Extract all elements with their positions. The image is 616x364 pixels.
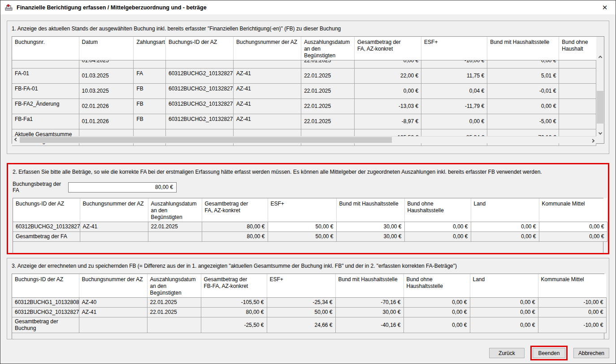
table-cell: AZ-41 xyxy=(234,69,301,84)
table-row[interactable]: FB-FA-0110.03.2025FB60312BUCHG2_10132827… xyxy=(12,84,596,99)
dialog-body: 1. Anzeige des aktuellen Stands der ausg… xyxy=(0,14,616,364)
column-header: Gesamtbetrag der FB-FA, AZ-konkret xyxy=(201,274,267,298)
table-cell xyxy=(12,60,79,69)
table-cell: 60312BUCHG2_10132827 xyxy=(12,308,79,317)
table-cell[interactable]: 50,00 € xyxy=(268,222,336,232)
bookings-overview-table: Buchungsnr.DatumZahlungsartBuchungs-ID d… xyxy=(12,36,604,144)
close-icon[interactable]: ✕ xyxy=(599,2,611,13)
corrected-fa-table: Buchungs-ID der AZBuchungsnummer der AZA… xyxy=(13,198,603,254)
beenden-button[interactable]: Beenden xyxy=(533,348,565,358)
table-cell: -10,00 € xyxy=(538,317,606,333)
table-cell: 22.01.2025 xyxy=(301,114,355,129)
table-cell: 0,00 € xyxy=(421,114,487,129)
section-1-panel: 1. Anzeige des aktuellen Stands der ausg… xyxy=(7,21,609,154)
table-cell: 01.04.2025 xyxy=(79,60,134,69)
booking-amount-label: Buchungsbetrag der FA xyxy=(13,181,68,193)
table-cell xyxy=(165,60,233,69)
column-header: Bund ohne Haushaltsstelle xyxy=(403,274,470,298)
table-cell: FB xyxy=(134,84,166,99)
scroll-right-button[interactable] xyxy=(589,137,596,143)
table-cell: 50,00 € xyxy=(267,308,335,317)
table-row[interactable]: FB-FA2_Änderung02.01.2026FB60312BUCHG2_1… xyxy=(12,99,596,114)
table-cell: 01.01.2026 xyxy=(79,114,134,129)
column-header: Buchungsnummer der AZ xyxy=(80,198,148,222)
table-cell: 0,00 € xyxy=(538,308,606,317)
table-cell: -40,16 € xyxy=(335,317,403,333)
table-cell: 01.03.2025 xyxy=(79,69,134,84)
table-cell xyxy=(559,84,596,99)
table-cell: -0,01 € xyxy=(487,84,559,99)
table-cell: -25,50 € xyxy=(201,317,267,333)
zurueck-button[interactable]: Zurück xyxy=(489,348,525,358)
column-header: Buchungsnummer der AZ xyxy=(234,37,301,60)
table-cell: FB-FA-01 xyxy=(12,84,79,99)
table-cell: 80,00 € xyxy=(201,308,267,317)
table-cell: FB-Fa1 xyxy=(12,114,79,129)
table-cell xyxy=(79,317,147,333)
table-cell: 0,00 € xyxy=(355,60,421,69)
table-cell: AZ-41 xyxy=(79,308,147,317)
section-2-panel: 2. Erfassen Sie bitte alle Beträge, so w… xyxy=(7,163,609,254)
column-header: Kommunale Mittel xyxy=(538,274,606,298)
table-cell: 30,00 € xyxy=(336,232,404,242)
column-header: Kommunale Mittel xyxy=(539,198,607,222)
table-cell[interactable]: 0,00 € xyxy=(539,222,607,232)
table-cell: 0,00 € xyxy=(539,232,607,242)
column-header: Bund ohne Haushalt xyxy=(559,37,596,60)
abbrechen-button[interactable]: Abbrechen xyxy=(573,348,609,358)
column-header: Bund mit Haushaltsstelle xyxy=(336,198,404,222)
table-cell: FA-01 xyxy=(12,69,79,84)
horizontal-scroll-thumb[interactable] xyxy=(20,137,392,143)
table-cell: 60312BUCHG2_10132827 xyxy=(165,69,233,84)
table-cell[interactable]: 0,00 € xyxy=(471,222,539,232)
table-cell xyxy=(559,114,596,129)
table-cell[interactable]: 30,00 € xyxy=(336,222,404,232)
table-cell: -8,97 € xyxy=(355,114,421,129)
table-cell: 22.01.2025 xyxy=(148,222,202,232)
beenden-highlight: Beenden xyxy=(530,346,568,360)
table-cell: AZ-41 xyxy=(234,114,301,129)
column-header: Gesamtbetrag der FA, AZ-konkret xyxy=(355,37,421,60)
table-cell: 0,00 € xyxy=(471,232,539,242)
table-cell: -10,00 € xyxy=(421,60,487,69)
table-cell: 22.01.2025 xyxy=(301,84,355,99)
table-cell xyxy=(559,60,596,69)
scroll-left-button[interactable] xyxy=(12,137,20,143)
table-cell: 22.01.2025 xyxy=(301,60,355,69)
table-cell: 0,00 € xyxy=(404,232,471,242)
table-row[interactable]: 01.04.202522.01.20250,00 €-10,00 €0,00 € xyxy=(12,60,596,69)
table-cell: 0,00 € xyxy=(355,84,421,99)
table-cell[interactable]: 0,00 € xyxy=(404,222,471,232)
scroll-up-button[interactable] xyxy=(596,53,604,60)
section-1-heading: 1. Anzeige des aktuellen Stands der ausg… xyxy=(12,26,604,32)
table-cell: 0,00 € xyxy=(470,317,538,333)
table-row[interactable]: FB-Fa101.01.2026FB60312BUCHG2_10132827AZ… xyxy=(12,114,596,129)
table-cell xyxy=(559,99,596,114)
window-title: Finanzielle Berichtigung erfassen / Mitt… xyxy=(17,4,599,11)
column-header: Gesamtbetrag der FA, AZ-konkret xyxy=(202,198,268,222)
footer-button-bar: Zurück Beenden Abbrechen xyxy=(7,346,609,360)
column-header: Land xyxy=(470,274,538,298)
table-cell: 80,00 € xyxy=(202,232,268,242)
table-cell: 22.01.2025 xyxy=(147,298,201,308)
column-header: Auszahlungsdatum an den Begünstigten xyxy=(301,37,355,60)
table-cell: 22,00 € xyxy=(355,69,421,84)
horizontal-scrollbar[interactable] xyxy=(12,136,596,143)
table-row: 60312BUCHG2_10132827AZ-4122.01.202580,00… xyxy=(12,308,606,317)
table-cell xyxy=(559,69,596,84)
column-header: Buchungsnummer der AZ xyxy=(79,274,147,298)
column-header: Land xyxy=(471,198,539,222)
table-cell xyxy=(234,60,301,69)
table-cell: AZ-41 xyxy=(234,84,301,99)
table-cell: FB-FA2_Änderung xyxy=(12,99,79,114)
table-cell xyxy=(134,60,166,69)
column-header: ESF+ xyxy=(268,198,336,222)
table-row[interactable]: FA-0101.03.2025FA60312BUCHG2_10132827AZ-… xyxy=(12,69,596,84)
table-cell: -10,00 € xyxy=(538,298,606,308)
table-cell: 80,00 € xyxy=(202,222,268,232)
vertical-scroll-thumb[interactable] xyxy=(597,91,603,124)
column-header: Buchungs-ID der AZ xyxy=(12,274,79,298)
booking-amount-input[interactable] xyxy=(68,182,177,193)
table-cell: 11,75 € xyxy=(421,69,487,84)
vertical-scrollbar[interactable] xyxy=(596,53,604,137)
